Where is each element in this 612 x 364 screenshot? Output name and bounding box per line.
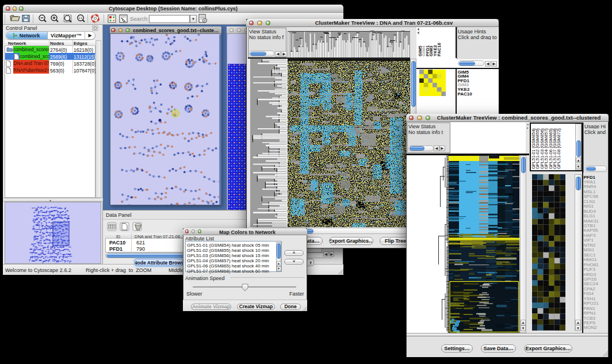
svg-text:1:1: 1:1 — [79, 17, 83, 20]
svg-text:PAC10: PAC10 — [437, 43, 442, 56]
svg-text:GPL51-08 (GSM872): GPL51-08 (GSM872) — [556, 128, 561, 168]
